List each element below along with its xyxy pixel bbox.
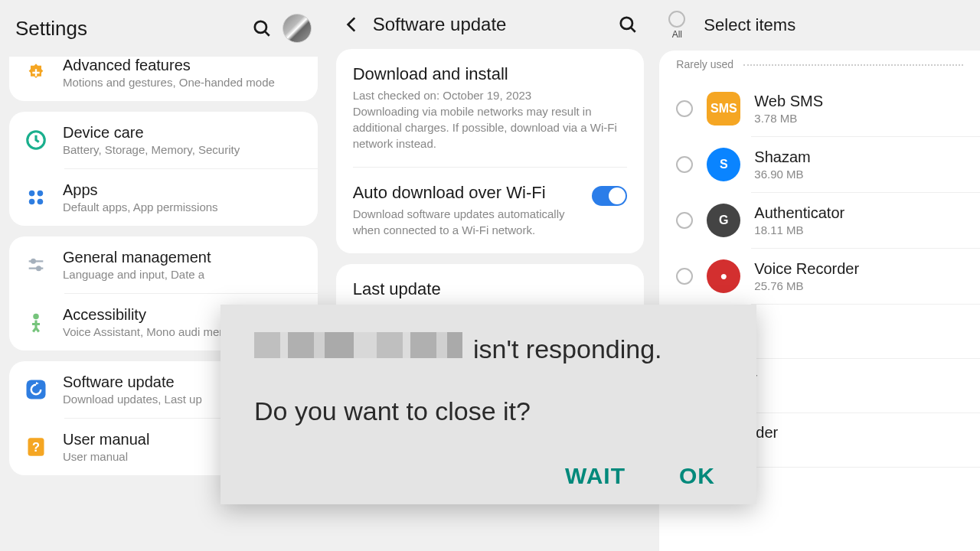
app-size: 3.78 MB [754, 112, 963, 125]
settings-title: Settings [15, 17, 241, 41]
settings-item-apps[interactable]: Apps Default apps, App permissions [9, 169, 318, 226]
swu-sub: Download software updates automatically … [353, 206, 628, 238]
person-icon [23, 309, 49, 335]
svg-point-5 [29, 199, 35, 205]
select-all-label: All [672, 29, 682, 40]
search-icon[interactable] [618, 15, 638, 34]
settings-item-device-care[interactable]: Device care Battery, Storage, Memory, Se… [9, 112, 318, 168]
checkbox-icon[interactable] [676, 156, 693, 173]
app-icon: G [707, 204, 740, 237]
item-sub: Battery, Storage, Memory, Security [63, 143, 304, 156]
settings-item-advanced-features[interactable]: Advanced features Motions and gestures, … [9, 57, 318, 101]
swu-title: Auto download over Wi-Fi [353, 183, 628, 203]
apps-icon [23, 184, 49, 210]
settings-header: Settings [0, 0, 327, 57]
item-title: Device care [63, 124, 304, 142]
app-icon: S [707, 148, 740, 181]
swu-sub: Last checked on: October 19, 2023Downloa… [353, 87, 628, 152]
settings-item-general-management[interactable]: General management Language and input, D… [9, 236, 318, 293]
svg-point-8 [31, 259, 35, 263]
plus-icon [23, 60, 49, 86]
dialog-message-1: isn't responding. [254, 332, 723, 364]
select-items-title: Select items [704, 15, 795, 35]
app-row-authenticator[interactable]: G Authenticator 18.11 MB [659, 193, 980, 248]
refresh-icon [23, 377, 49, 403]
app-name: Shazam [754, 148, 963, 166]
dialog-message-2: Do you want to close it? [254, 396, 723, 426]
svg-point-4 [38, 191, 44, 197]
select-all[interactable]: All [668, 11, 685, 40]
app-row-voice-recorder[interactable]: ● Voice Recorder 25.76 MB [659, 249, 980, 304]
svg-text:?: ? [32, 440, 40, 454]
app-row-web-sms[interactable]: SMS Web SMS 3.78 MB [659, 81, 980, 136]
app-name: Web SMS [754, 93, 963, 110]
app-name: Voice Recorder [754, 260, 963, 278]
ok-button[interactable]: OK [679, 463, 715, 489]
svg-line-1 [265, 31, 269, 35]
svg-point-0 [254, 21, 266, 33]
svg-line-16 [632, 28, 635, 31]
search-icon[interactable] [252, 18, 272, 38]
back-icon[interactable] [342, 15, 362, 34]
app-size: 18.11 MB [754, 223, 963, 236]
svg-point-6 [38, 199, 44, 205]
svg-point-3 [29, 191, 35, 197]
section-rarely-used: Rarely used [659, 51, 980, 81]
svg-point-11 [33, 314, 39, 320]
item-sub: Default apps, App permissions [63, 201, 304, 214]
swu-title: Last update [353, 279, 628, 299]
app-icon: ● [707, 259, 740, 293]
manual-icon: ? [23, 434, 49, 460]
app-size: 25.76 MB [754, 279, 963, 292]
checkbox-icon [668, 11, 685, 28]
devicecare-icon [23, 127, 49, 153]
item-title: Apps [63, 181, 304, 199]
swu-item-auto-download-over-wi-fi[interactable]: Auto download over Wi-Fi Download softwa… [353, 167, 628, 253]
swu-item-download-and-install[interactable]: Download and install Last checked on: Oc… [353, 49, 628, 167]
wait-button[interactable]: WAIT [565, 463, 626, 489]
checkbox-icon[interactable] [676, 212, 693, 229]
item-title: Advanced features [63, 57, 304, 74]
anr-dialog: isn't responding. Do you want to close i… [220, 305, 756, 504]
app-row-shazam[interactable]: S Shazam 36.90 MB [659, 137, 980, 192]
app-name: Authenticator [754, 204, 963, 222]
checkbox-icon[interactable] [676, 268, 693, 285]
software-update-title: Software update [373, 14, 608, 35]
svg-point-10 [37, 266, 41, 270]
avatar[interactable] [283, 14, 312, 43]
svg-point-15 [621, 18, 632, 29]
item-title: General management [63, 249, 304, 266]
redacted-app-name [254, 332, 462, 358]
app-size: 36.90 MB [754, 168, 963, 181]
sliders-icon [23, 252, 49, 278]
swu-title: Download and install [353, 64, 628, 84]
toggle-switch[interactable] [592, 186, 627, 206]
checkbox-icon[interactable] [676, 100, 693, 117]
item-sub: Language and input, Date a [63, 268, 304, 281]
app-icon: SMS [707, 92, 740, 126]
item-sub: Motions and gestures, One-handed mode [63, 76, 304, 89]
